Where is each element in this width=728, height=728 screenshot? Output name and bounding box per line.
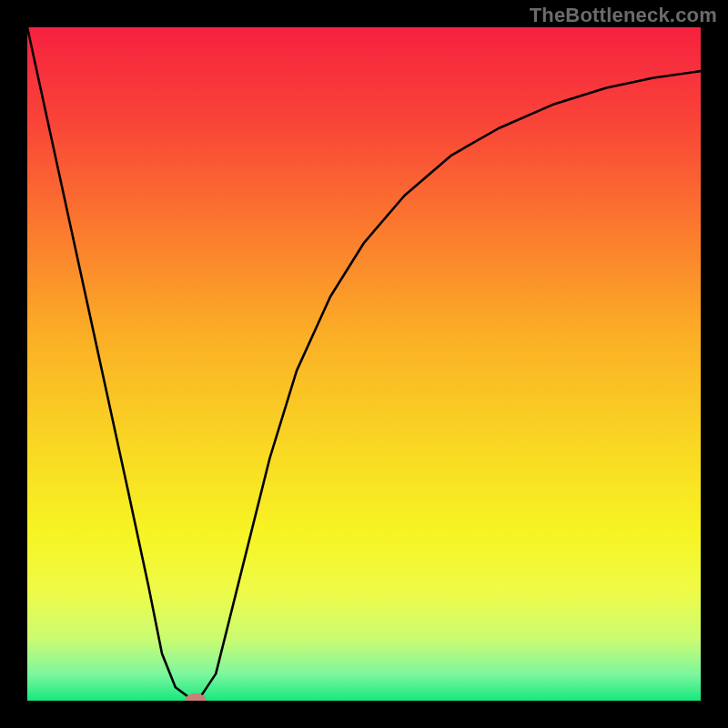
chart-frame: TheBottleneck.com [0,0,728,728]
chart-svg [27,27,701,701]
chart-background [27,27,701,701]
watermark-text: TheBottleneck.com [530,4,717,27]
